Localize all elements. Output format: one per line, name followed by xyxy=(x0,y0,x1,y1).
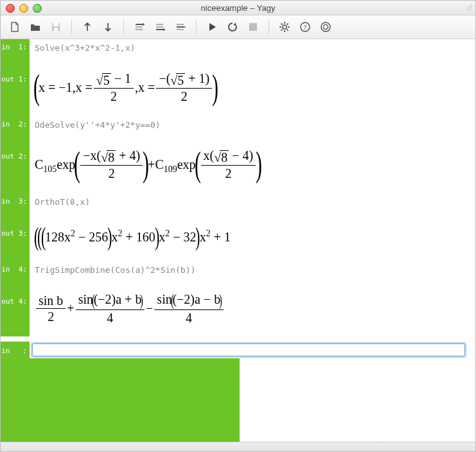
stop-button[interactable] xyxy=(245,19,261,35)
svg-text:?: ? xyxy=(304,23,307,31)
math-text: exp xyxy=(57,157,75,172)
svg-point-17 xyxy=(283,25,286,29)
cell-out-3: out 3: ((( 128x2 − 256 ) x2 + 160 ) x2 −… xyxy=(1,213,475,261)
cell-out-1: out 1: ( x = −1 , x = √5 − 1 2 , x = xyxy=(1,58,475,116)
cell-label: in 4: xyxy=(1,261,30,281)
math-text: C105 xyxy=(35,157,57,172)
math-text: x2 − 32 xyxy=(159,230,196,245)
math-text: C109 xyxy=(155,157,177,172)
cell-code[interactable]: OdeSolve(y''+4*y'+2*y==0) xyxy=(30,116,475,135)
fraction: x(√8 − 4) 2 xyxy=(201,148,256,180)
cell-out-2: out 2: C105 exp ( −x(√8 + 4) 2 ) + C109 … xyxy=(1,135,475,193)
fraction: √5 − 1 2 xyxy=(94,71,134,103)
fraction: −x(√8 + 4) 2 xyxy=(80,148,143,180)
gutter xyxy=(1,358,240,442)
move-down-button[interactable] xyxy=(100,19,116,35)
cell-in-live[interactable]: in : xyxy=(1,342,475,358)
move-up-button[interactable] xyxy=(80,19,95,35)
cell-label: out 3: xyxy=(1,213,30,261)
math-text: x2 + 1 xyxy=(200,230,231,245)
delete-cell-button[interactable] xyxy=(173,19,188,35)
fraction: sin((−2)a − b) 4 xyxy=(154,292,223,325)
cell-label: out 2: xyxy=(1,135,30,193)
minimize-window-button[interactable] xyxy=(19,4,28,13)
cell-output: sin b 2 + sin((−2)a + b) 4 − sin((−2)a − xyxy=(30,281,475,336)
fraction: sin((−2)a + b) 4 xyxy=(76,292,145,325)
cell-code[interactable]: Solve(x^3+2*x^2-1,x) xyxy=(30,39,475,58)
cell-in-2[interactable]: in 2: OdeSolve(y''+4*y'+2*y==0) xyxy=(1,116,475,135)
live-input[interactable] xyxy=(32,343,465,356)
window-title: niceexample – Yagy xyxy=(1,3,475,13)
cell-code[interactable]: TrigSimpCombine(Cos(a)^2*Sin(b)) xyxy=(30,261,475,281)
open-file-button[interactable] xyxy=(28,19,43,35)
svg-rect-8 xyxy=(136,29,143,30)
new-file-button[interactable] xyxy=(7,19,22,35)
svg-line-23 xyxy=(287,30,288,31)
svg-rect-9 xyxy=(156,24,163,25)
svg-rect-14 xyxy=(177,29,184,30)
svg-rect-16 xyxy=(249,23,257,31)
svg-rect-13 xyxy=(177,26,184,28)
resize-icon[interactable] xyxy=(464,3,473,12)
toolbar: ? xyxy=(1,15,475,39)
cell-in-3[interactable]: in 3: OrthoT(8,x) xyxy=(1,193,475,213)
fraction: −(√5 + 1) 2 xyxy=(156,71,212,103)
cell-output: C105 exp ( −x(√8 + 4) 2 ) + C109 exp ( xyxy=(30,135,475,193)
cell-label: in 1: xyxy=(1,39,30,58)
cell-out-4: out 4: sin b 2 + sin((−2)a + b) 4 − xyxy=(1,281,475,336)
svg-rect-10 xyxy=(156,26,163,28)
cell-in-1[interactable]: in 1: Solve(x^3+2*x^2-1,x) xyxy=(1,39,475,58)
svg-line-22 xyxy=(281,24,283,25)
svg-rect-12 xyxy=(177,24,184,25)
cell-label: out 4: xyxy=(1,281,30,336)
close-window-button[interactable] xyxy=(6,4,15,13)
math-text: + xyxy=(67,301,74,316)
math-text: x = −1 xyxy=(39,80,73,95)
statusbar xyxy=(1,442,475,451)
svg-line-2 xyxy=(471,9,472,10)
target-button[interactable] xyxy=(318,19,333,35)
insert-above-button[interactable] xyxy=(132,19,147,35)
svg-rect-4 xyxy=(53,23,58,26)
cell-code[interactable]: OrthoT(8,x) xyxy=(30,193,475,213)
svg-line-25 xyxy=(287,24,288,25)
cell-output: ( x = −1 , x = √5 − 1 2 , x = xyxy=(30,58,475,116)
math-text: 128x2 − 256 xyxy=(45,230,108,245)
cell-label: in 3: xyxy=(1,193,30,213)
cell-label: in : xyxy=(1,342,30,358)
app-window: niceexample – Yagy xyxy=(0,0,476,452)
run-button[interactable] xyxy=(204,19,220,35)
zoom-window-button[interactable] xyxy=(33,4,42,13)
settings-button[interactable] xyxy=(277,19,292,35)
cell-in-4[interactable]: in 4: TrigSimpCombine(Cos(a)^2*Sin(b)) xyxy=(1,261,475,281)
help-button[interactable]: ? xyxy=(297,19,313,35)
svg-rect-5 xyxy=(54,28,58,31)
math-text: x = xyxy=(138,80,155,95)
svg-rect-11 xyxy=(156,29,163,30)
svg-rect-6 xyxy=(136,24,143,25)
reload-button[interactable] xyxy=(225,19,240,35)
insert-below-button[interactable] xyxy=(152,19,168,35)
svg-line-24 xyxy=(281,30,283,31)
svg-rect-7 xyxy=(136,26,143,28)
blank-area xyxy=(240,358,476,442)
fraction: sin b 2 xyxy=(36,293,66,324)
cell-label: out 1: xyxy=(1,58,30,116)
save-button[interactable] xyxy=(48,19,64,35)
svg-rect-31 xyxy=(324,26,328,28)
live-input-wrap xyxy=(30,342,475,358)
traffic-lights xyxy=(6,4,42,13)
math-text: x = xyxy=(76,80,93,95)
math-text: − xyxy=(146,301,153,316)
notebook-area[interactable]: in 1: Solve(x^3+2*x^2-1,x) out 1: ( x = … xyxy=(1,39,475,442)
titlebar: niceexample – Yagy xyxy=(1,1,475,15)
math-text: x2 + 160 xyxy=(112,230,155,245)
cell-output: ((( 128x2 − 256 ) x2 + 160 ) x2 − 32 ) x… xyxy=(30,213,475,261)
math-text: exp xyxy=(177,157,196,172)
cell-label: in 2: xyxy=(1,116,30,135)
